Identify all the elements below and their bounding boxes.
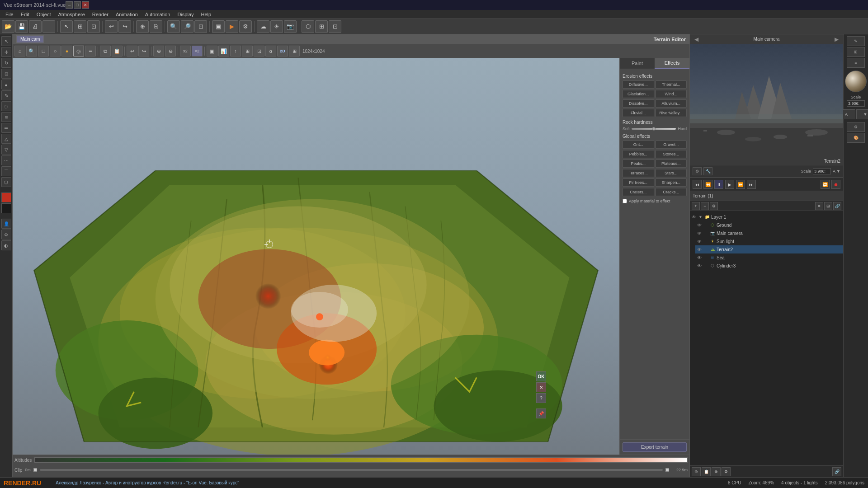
prop-icon-1[interactable]: ⚙ (693, 167, 702, 175)
left-tool-spline[interactable]: ⌒ (1, 166, 11, 176)
btn-gravel[interactable]: Gravel... (656, 141, 687, 149)
maximize-button[interactable]: □ (74, 1, 81, 9)
tree-item-cylinder3[interactable]: 👁 ⬡ Cylinder3 (695, 262, 843, 270)
pb-pause[interactable]: ⏸ (714, 180, 723, 189)
toolbar-atmosphere[interactable]: ☁ (257, 20, 269, 33)
clip-range[interactable] (40, 469, 663, 471)
scale-input[interactable] (813, 168, 831, 174)
pb-record[interactable]: ⏺ (831, 180, 840, 189)
toolbar-camera[interactable]: 📷 (284, 20, 297, 33)
clip-max-handle[interactable] (665, 468, 669, 472)
btn-grit[interactable]: Grit... (623, 141, 654, 149)
left-tool-smooth[interactable]: ◌ (1, 101, 11, 111)
toolbar-add-object[interactable]: ⊕ (136, 20, 149, 33)
tv-box[interactable]: □ (38, 46, 49, 56)
toolbar-front[interactable]: ⊞ (315, 20, 328, 33)
far-align-dropdown[interactable]: ▼ (856, 109, 868, 119)
tv-sphere-wire[interactable]: ◎ (73, 46, 84, 56)
btn-pebbles[interactable]: Pebbles... (623, 150, 654, 158)
tree-icons-1[interactable]: ≡ (815, 202, 823, 210)
toolbar-select[interactable]: ↖ (60, 20, 73, 33)
tv-paste[interactable]: 📋 (112, 46, 123, 56)
scene-bt-2[interactable]: 📋 (702, 467, 711, 476)
tree-item-main-camera[interactable]: 👁 📷 Main camera (695, 229, 843, 237)
tree-item-terrain2[interactable]: 👁 ⛰ Terrain2 (695, 245, 843, 253)
toolbar-zoom-fit[interactable]: ⊡ (194, 20, 207, 33)
menu-help[interactable]: Help (198, 11, 215, 18)
toolbar-save[interactable]: 💾 (15, 20, 28, 33)
btn-thermal[interactable]: Thermal... (656, 80, 687, 89)
tree-item-ground[interactable]: 👁 ⬡ Ground (695, 221, 843, 229)
menu-file[interactable]: File (2, 11, 17, 18)
tv-graph[interactable]: 📊 (218, 46, 229, 56)
tv-redo[interactable]: ↪ (138, 46, 149, 56)
tv-scale[interactable]: x2 (180, 46, 191, 56)
prev-camera-arrow[interactable]: ◀ (693, 36, 700, 42)
rock-hardness-slider[interactable] (632, 128, 676, 130)
tree-add[interactable]: + (692, 202, 700, 210)
toolbar-undo-history[interactable]: ⋯ (42, 20, 55, 33)
tv-undo[interactable]: ↩ (127, 46, 137, 56)
minimize-button[interactable]: ─ (66, 1, 73, 9)
tv-copy[interactable]: ⧉ (100, 46, 111, 56)
scene-bt-1[interactable]: ⊕ (692, 467, 701, 476)
left-tool-noise[interactable]: ⋯ (1, 155, 11, 165)
pb-next[interactable]: ⏩ (736, 180, 745, 189)
toolbar-print[interactable]: 🖨 (29, 20, 42, 33)
clip-min-handle[interactable] (33, 468, 37, 472)
tv-render[interactable]: ▣ (207, 46, 217, 56)
left-tool-lower[interactable]: ▽ (1, 145, 11, 155)
help-button[interactable]: ? (536, 393, 546, 403)
menu-animation[interactable]: Animation (112, 11, 142, 18)
btn-stars[interactable]: Stars... (656, 169, 687, 177)
btn-wind[interactable]: Wind... (656, 90, 687, 98)
tv-sphere[interactable]: ○ (50, 46, 61, 56)
left-tool-settings[interactable]: ⚙ (1, 230, 11, 239)
btn-sharpen[interactable]: Sharpen... (656, 178, 687, 187)
menu-display[interactable]: Display (174, 11, 197, 18)
tree-item-layer1[interactable]: 👁 ▼ 📁 Layer 1 (690, 213, 843, 221)
fr-color[interactable]: 🎨 (847, 133, 865, 143)
left-tool-rotate[interactable]: ↻ (1, 58, 11, 68)
btn-glaciation[interactable]: Glaciation... (623, 90, 654, 98)
left-tool-terrain[interactable]: ▲ (1, 80, 11, 89)
left-tool-move[interactable]: ✛ (1, 47, 11, 57)
btn-cracks[interactable]: Cracks... (656, 188, 687, 196)
scene-bt-link[interactable]: 🔗 (832, 467, 841, 476)
align-dropdown[interactable]: A ▼ (833, 169, 840, 174)
pb-first[interactable]: ⏮ (693, 180, 702, 189)
tv-home[interactable]: ⌂ (14, 46, 25, 56)
left-tool-erode[interactable]: ≋ (1, 112, 11, 122)
tv-grid[interactable]: ⊞ (289, 46, 300, 56)
toolbar-render-settings[interactable]: ⚙ (239, 20, 252, 33)
tv-loupe[interactable]: 🔍 (26, 46, 37, 56)
menu-render[interactable]: Render (89, 11, 112, 18)
toolbar-side[interactable]: ⊡ (329, 20, 341, 33)
pb-prev[interactable]: ⏪ (703, 180, 712, 189)
toolbar-duplicate[interactable]: ⎘ (150, 20, 162, 33)
tv-sphere-filled[interactable]: ● (61, 46, 72, 56)
fr-grid[interactable]: ⊞ (847, 47, 865, 57)
toolbar-redo[interactable]: ↪ (118, 20, 131, 33)
btn-dissolve[interactable]: Dissolve... (623, 99, 654, 108)
tree-item-sea[interactable]: 👁 ≋ Sea (695, 253, 843, 262)
fr-filter[interactable]: ≡ (847, 58, 865, 68)
btn-stones[interactable]: Stones... (656, 150, 687, 158)
toolbar-zoom-out[interactable]: 🔎 (181, 20, 193, 33)
toolbar-render-region[interactable]: ▣ (212, 20, 225, 33)
scene-bt-3[interactable]: ⊗ (712, 467, 721, 476)
btn-terraces[interactable]: Terraces... (623, 169, 654, 177)
pb-loop[interactable]: 🔁 (821, 180, 830, 189)
tv-alpha[interactable]: α (265, 46, 276, 56)
btn-peaks[interactable]: Peaks... (623, 160, 654, 168)
toolbar-render[interactable]: ▶ (226, 20, 238, 33)
tab-effects[interactable]: Effects (655, 58, 689, 69)
tv-2d[interactable]: 2D (277, 46, 288, 56)
btn-alluvium[interactable]: Alluvium... (656, 99, 687, 108)
tree-remove[interactable]: − (701, 202, 709, 210)
tree-icons-3[interactable]: 🔗 (833, 202, 841, 210)
terrain-viewport[interactable]: OK ✕ ? 📌 (13, 58, 619, 455)
tree-icons-2[interactable]: ⊞ (824, 202, 832, 210)
toolbar-zoom-in[interactable]: 🔍 (167, 20, 180, 33)
toolbar-perspective[interactable]: ⬡ (302, 20, 314, 33)
